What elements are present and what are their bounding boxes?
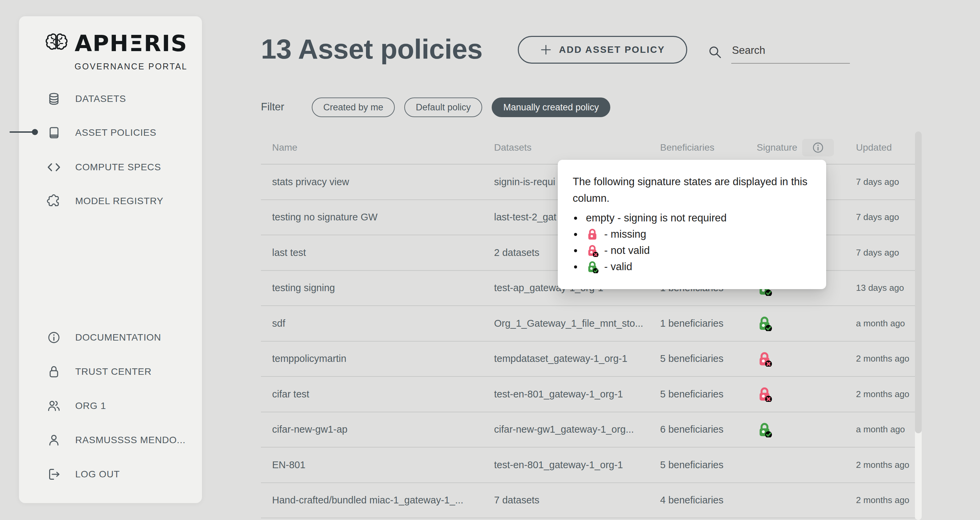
sidebar-item-label: LOG OUT [75, 469, 120, 480]
sidebar-item-org[interactable]: ORG 1 [46, 395, 106, 417]
cell-name: temppolicymartin [261, 353, 494, 364]
user-icon [46, 432, 62, 448]
cell-name: testing no signature GW [261, 212, 494, 223]
tooltip-item-missing: - missing [573, 226, 811, 243]
puzzle-icon [46, 193, 62, 209]
page-title: 13 Asset policies [261, 33, 482, 65]
table-row[interactable]: cifar test test-en-801_gateway-1_org-1 5… [261, 377, 915, 412]
table-row[interactable]: EN-801 test-en-801_gateway-1_org-1 5 ben… [261, 447, 915, 483]
info-icon [46, 330, 62, 345]
cell-beneficiaries: 4 beneficiaries [660, 495, 757, 506]
cell-updated: 7 days ago [856, 212, 915, 222]
column-header-datasets: Datasets [494, 142, 660, 153]
tooltip-item-text: - valid [604, 261, 632, 273]
plus-icon [540, 44, 552, 55]
signature-not-valid-icon [757, 351, 772, 367]
cell-name: last test [261, 247, 494, 258]
brand-wordmark: APHΞRIS [75, 31, 188, 56]
sidebar-item-documentation[interactable]: DOCUMENTATION [46, 327, 161, 348]
users-icon [46, 398, 62, 414]
cell-datasets: 7 datasets [494, 495, 660, 506]
database-icon [46, 91, 62, 107]
add-button-label: ADD ASSET POLICY [559, 44, 665, 55]
signature-info-button[interactable] [802, 139, 834, 156]
signature-not-valid-icon [757, 386, 772, 402]
sidebar-item-label: DATASETS [75, 94, 126, 104]
tooltip-item-text: - not valid [604, 244, 650, 257]
cell-updated: a month ago [856, 318, 915, 329]
cell-datasets: test-en-801_gateway-1_org-1 [494, 460, 660, 471]
lock-missing-icon [586, 228, 599, 241]
search-input[interactable] [731, 43, 850, 63]
signature-header-label: Signature [757, 142, 797, 153]
lock-icon [46, 364, 62, 379]
table-scrollbar-track[interactable] [915, 132, 922, 520]
active-nav-indicator-line [10, 132, 34, 133]
table-row[interactable]: sdf Org_1_Gateway_1_file_mnt_sto... 1 be… [261, 306, 915, 342]
table-row[interactable]: cifar-new-gw1-ap cifar-new-gw1_gateway-1… [261, 412, 915, 448]
brand-subtitle: GOVERNANCE PORTAL [75, 62, 188, 71]
cell-signature [757, 351, 856, 367]
table-row[interactable]: Hand-crafted/bundled miac-1_gateway-1_..… [261, 483, 915, 518]
filter-chips: Created by me Default policy Manually cr… [312, 97, 610, 117]
brand-logo: APHΞRIS GOVERNANCE PORTAL [43, 31, 188, 71]
sidebar-item-asset-policies[interactable]: ASSET POLICIES [46, 122, 156, 144]
signature-valid-icon [757, 422, 772, 438]
column-header-beneficiaries: Beneficiaries [660, 142, 757, 153]
chip-default-policy[interactable]: Default policy [404, 97, 482, 117]
signature-valid-icon [757, 315, 772, 331]
sidebar-item-label: MODEL REGISTRY [75, 196, 163, 206]
cell-name: Hand-crafted/bundled miac-1_gateway-1_..… [261, 495, 494, 506]
cell-signature [757, 422, 856, 438]
cell-updated: 2 months ago [856, 389, 915, 400]
tooltip-item-text: - missing [604, 228, 646, 240]
table-row[interactable]: temppolicymartin tempdataset_gateway-1_o… [261, 342, 915, 377]
sidebar: APHΞRIS GOVERNANCE PORTAL DATASETS ASSET… [19, 16, 202, 503]
chip-manually-created-policy[interactable]: Manually created policy [492, 97, 610, 117]
table-scrollbar-thumb[interactable] [915, 132, 922, 433]
sidebar-item-compute-specs[interactable]: COMPUTE SPECS [46, 156, 161, 178]
sidebar-item-model-registry[interactable]: MODEL REGISTRY [46, 190, 163, 212]
lock-not-valid-icon [586, 244, 599, 257]
cell-name: sdf [261, 318, 494, 329]
cell-updated: 2 months ago [856, 495, 915, 506]
lock-valid-icon [586, 260, 599, 273]
cell-datasets: tempdataset_gateway-1_org-1 [494, 353, 660, 364]
cell-beneficiaries: 5 beneficiaries [660, 388, 757, 400]
tooltip-item-valid: - valid [573, 258, 811, 275]
sidebar-item-datasets[interactable]: DATASETS [46, 88, 126, 110]
active-nav-indicator-dot [32, 129, 38, 135]
cell-name: stats privacy view [261, 176, 494, 187]
sidebar-item-trust-center[interactable]: TRUST CENTER [46, 361, 151, 382]
cell-name: testing signing [261, 282, 494, 293]
cell-datasets: Org_1_Gateway_1_file_mnt_sto... [494, 318, 660, 329]
chip-created-by-me[interactable]: Created by me [312, 97, 395, 117]
cell-signature [757, 386, 856, 402]
cell-beneficiaries: 5 beneficiaries [660, 460, 757, 471]
bullet-icon [574, 217, 577, 220]
column-header-signature: Signature [757, 139, 856, 156]
signature-states-tooltip: The following signature states are displ… [558, 160, 826, 289]
cell-name: EN-801 [261, 460, 494, 471]
bullet-icon [574, 249, 577, 252]
cell-updated: 13 days ago [856, 283, 915, 293]
cell-beneficiaries: 1 beneficiaries [660, 318, 757, 329]
cell-signature [757, 315, 856, 331]
search-icon [708, 45, 722, 60]
sidebar-item-label: ASSET POLICIES [75, 127, 156, 138]
sidebar-item-label: DOCUMENTATION [75, 332, 161, 343]
logout-icon [46, 466, 62, 482]
sidebar-item-label: COMPUTE SPECS [75, 162, 161, 173]
bullet-icon [574, 233, 577, 236]
filter-label: Filter [261, 101, 284, 113]
code-icon [46, 159, 62, 175]
column-header-updated: Updated [856, 142, 915, 153]
sidebar-item-user-profile[interactable]: RASMUSSSS MENDO... [46, 429, 186, 451]
cell-updated: a month ago [856, 424, 915, 435]
bullet-icon [574, 265, 577, 268]
cell-datasets: cifar-new-gw1_gateway-1_org... [494, 424, 660, 435]
add-asset-policy-button[interactable]: ADD ASSET POLICY [518, 36, 687, 63]
sidebar-item-label: RASMUSSSS MENDO... [75, 435, 186, 445]
cell-datasets: test-en-801_gateway-1_org-1 [494, 388, 660, 400]
sidebar-item-log-out[interactable]: LOG OUT [46, 463, 120, 485]
